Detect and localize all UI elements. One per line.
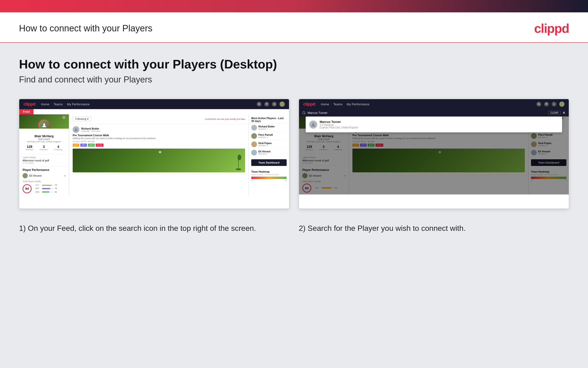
player-select-row[interactable]: Eli Vincent ▾ bbox=[23, 173, 66, 178]
nav-my-performance-2[interactable]: My Performance bbox=[347, 101, 369, 107]
activity-image bbox=[73, 148, 245, 172]
team-dashboard-button[interactable]: Team Dashboard bbox=[251, 159, 287, 166]
right-panel-1: Most Active Players - Last 30 days Richa… bbox=[249, 114, 289, 196]
svg-line-11 bbox=[539, 105, 540, 105]
main-content: How to connect with your Players (Deskto… bbox=[0, 43, 588, 361]
profile-name: Blair McHarg bbox=[23, 134, 66, 138]
stat-activities: 129 Activities bbox=[26, 145, 34, 151]
search-result-info: Marcus Turner 1-5 Handicap Cypress Point… bbox=[320, 120, 358, 129]
feed-tab-bar: Feed bbox=[19, 109, 289, 114]
app-mockup-2: clippd Home Teams My Performance bbox=[299, 99, 569, 209]
active-player-name: Hiral Pujara bbox=[258, 142, 272, 145]
search-icon[interactable] bbox=[257, 102, 262, 107]
step1-text: 1) On your Feed, click on the search ico… bbox=[19, 223, 289, 234]
section-title: How to connect with your Players (Deskto… bbox=[19, 57, 569, 71]
tag-putt: PUTT bbox=[96, 144, 104, 147]
svg-point-13 bbox=[553, 104, 554, 105]
svg-point-10 bbox=[538, 103, 540, 105]
search-icon-2[interactable] bbox=[536, 102, 541, 107]
search-clear-button[interactable]: CLEAR bbox=[548, 111, 561, 115]
section-subtitle: Find and connect with your Players bbox=[19, 75, 569, 85]
avatar-nav[interactable] bbox=[280, 101, 285, 107]
nav-right-2 bbox=[536, 101, 564, 107]
following-row: Following ▾ Control who can see your act… bbox=[69, 114, 248, 124]
active-player-item[interactable]: Eli Vincent Activities: 1 bbox=[249, 148, 289, 157]
search-input[interactable] bbox=[307, 111, 546, 115]
description-1: 1) On your Feed, click on the search ico… bbox=[19, 223, 289, 234]
tag-ott: OTT bbox=[73, 144, 79, 147]
user-icon-2[interactable] bbox=[544, 102, 549, 107]
player-mini-avatar bbox=[23, 173, 28, 178]
header: How to connect with your Players clippd bbox=[0, 12, 588, 43]
description-2: 2) Search for the Player you wish to con… bbox=[299, 223, 569, 234]
latest-activity: Latest Activity Afternoon round of golf … bbox=[19, 154, 69, 166]
dropdown-arrow: ▾ bbox=[64, 175, 66, 177]
active-player-activities: Activities: 4 bbox=[258, 136, 273, 138]
svg-line-17 bbox=[305, 114, 305, 114]
search-overlay: CLEAR ✕ Marcus Turner 1-5 Handic bbox=[299, 109, 569, 132]
app-logo-1: clippd bbox=[24, 102, 35, 107]
profile-avatar-1 bbox=[38, 119, 50, 129]
active-player-avatar bbox=[251, 125, 257, 130]
tag-app: APP bbox=[80, 144, 87, 147]
footer: Copyright Clippd 2022 bbox=[0, 361, 588, 368]
active-player-item[interactable]: Richard Butler Activities: 7 bbox=[249, 124, 289, 132]
logo: clippd bbox=[534, 21, 569, 36]
avatar-nav-2[interactable] bbox=[559, 101, 564, 107]
active-player-name: Eli Vincent bbox=[258, 150, 271, 153]
tag-arg: ARG bbox=[88, 144, 95, 147]
app-body-1: Blair McHarg Golf Coach Mill Ride Golf C… bbox=[19, 114, 289, 196]
heatmap-scale: -5 +5 bbox=[249, 179, 289, 182]
user-icon[interactable] bbox=[264, 102, 269, 107]
stat-followers: 3 Followers bbox=[40, 145, 48, 151]
search-bar: CLEAR ✕ bbox=[299, 109, 569, 117]
svg-point-3 bbox=[274, 104, 275, 105]
profile-role: Golf Coach bbox=[23, 138, 66, 140]
nav-home[interactable]: Home bbox=[41, 101, 49, 107]
screenshot-1: clippd Home Teams My Performance bbox=[19, 99, 289, 209]
nav-my-performance[interactable]: My Performance bbox=[67, 101, 89, 107]
stat-following: 4 Following bbox=[54, 145, 62, 151]
step2-text: 2) Search for the Player you wish to con… bbox=[299, 223, 569, 234]
feed-tab[interactable]: Feed bbox=[19, 109, 34, 114]
active-player-name: Richard Butler bbox=[258, 125, 275, 128]
search-results: Marcus Turner 1-5 Handicap Cypress Point… bbox=[306, 117, 562, 132]
activity-duration: Duration 02 hr : 00 min bbox=[73, 140, 245, 143]
middle-panel-1: Following ▾ Control who can see your act… bbox=[69, 114, 248, 196]
svg-line-1 bbox=[260, 105, 260, 105]
nav-right-1 bbox=[257, 101, 285, 107]
active-player-info: Hiral Pujara Activities: 3 bbox=[258, 142, 272, 147]
app-mockup-1: clippd Home Teams My Performance bbox=[19, 99, 289, 209]
search-close-icon[interactable]: ✕ bbox=[562, 110, 565, 115]
svg-point-6 bbox=[75, 128, 77, 129]
active-player-avatar bbox=[251, 150, 257, 156]
app-logo-2: clippd bbox=[303, 102, 315, 107]
activity-tags: OTT APP ARG PUTT bbox=[73, 144, 245, 147]
search-result-avatar bbox=[309, 120, 317, 129]
active-player-item[interactable]: Hiral Pujara Activities: 3 bbox=[249, 140, 289, 148]
active-player-item[interactable]: Piers Parnell Activities: 4 bbox=[249, 132, 289, 140]
screenshots-row: clippd Home Teams My Performance bbox=[19, 99, 569, 209]
search-icon-overlay bbox=[302, 111, 306, 115]
active-player-avatar bbox=[251, 141, 257, 147]
left-panel-1: Blair McHarg Golf Coach Mill Ride Golf C… bbox=[19, 114, 69, 196]
active-player-info: Richard Butler Activities: 7 bbox=[258, 125, 275, 130]
nav-teams[interactable]: Teams bbox=[54, 101, 63, 107]
search-result-item[interactable]: Marcus Turner 1-5 Handicap Cypress Point… bbox=[308, 119, 560, 130]
screenshot-2: clippd Home Teams My Performance bbox=[299, 99, 569, 209]
svg-point-18 bbox=[312, 123, 314, 125]
following-button[interactable]: Following ▾ bbox=[73, 117, 91, 121]
nav-teams-2[interactable]: Teams bbox=[333, 101, 342, 107]
nav-home-2[interactable]: Home bbox=[321, 101, 329, 107]
active-player-activities: Activities: 3 bbox=[258, 145, 272, 147]
app-navbar-1: clippd Home Teams My Performance bbox=[19, 99, 289, 109]
control-link[interactable]: Control who can see your activity and da… bbox=[205, 118, 245, 120]
activity-user-info: Richard Butler Yesterday - The Grove bbox=[81, 127, 245, 132]
settings-icon-2[interactable] bbox=[552, 102, 556, 107]
nav-links-1: Home Teams My Performance bbox=[41, 101, 89, 107]
activity-user-avatar bbox=[73, 126, 79, 133]
active-player-activities: Activities: 7 bbox=[258, 128, 275, 130]
descriptions-row: 1) On your Feed, click on the search ico… bbox=[19, 223, 569, 234]
heatmap-bar bbox=[251, 177, 287, 179]
settings-icon[interactable] bbox=[272, 102, 277, 107]
